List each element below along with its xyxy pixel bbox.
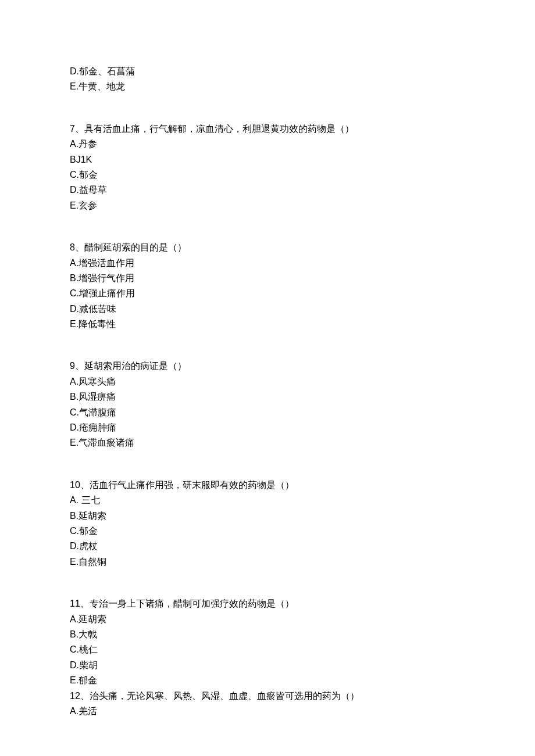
question-text: 活血行气止痛作用强，研末服即有效的药物是（） (90, 480, 294, 490)
option-letter: A. (70, 139, 79, 149)
option-e: E.降低毒性 (70, 317, 465, 332)
option-e: E.郁金 (70, 673, 465, 688)
option-letter: B. (70, 392, 79, 402)
question-number: 12、 (70, 691, 90, 701)
option-b: B.大戟 (70, 627, 465, 642)
question-text: 延胡索用治的病证是（） (84, 361, 187, 371)
option-text: 风寒头痛 (79, 377, 116, 386)
option-text: 牛黄、地龙 (79, 81, 125, 91)
option-text: 郁金 (79, 526, 98, 536)
question-11: 11、专治一身上下诸痛，醋制可加强疗效的药物是（） (70, 596, 465, 611)
spacer (70, 95, 465, 121)
option-letter: D. (70, 541, 79, 551)
option-letter: A. (70, 258, 79, 268)
option-text: 延胡索 (79, 511, 106, 521)
question-10: 10、活血行气止痛作用强，研末服即有效的药物是（） (70, 478, 465, 493)
option-letter: E. (70, 81, 79, 91)
option-text: 增强止痛作用 (79, 288, 135, 298)
option-e: E.气滞血瘀诸痛 (70, 435, 465, 450)
option-text: 增强活血作用 (79, 258, 134, 268)
option-c: C.郁金 (70, 167, 465, 182)
option-letter: D. (70, 66, 79, 76)
option-e: E.牛黄、地龙 (70, 79, 465, 94)
question-number: 11、 (70, 599, 90, 608)
spacer (70, 213, 465, 240)
option-text: 丹参 (79, 139, 97, 149)
question-8: 8、醋制延胡索的目的是（） (70, 240, 465, 255)
option-text: 桃仁 (79, 644, 98, 654)
option-letter: E. (70, 200, 79, 210)
option-letter: E. (70, 675, 79, 685)
question-number: 10、 (70, 480, 90, 490)
option-text: 郁金、石菖蒲 (79, 66, 135, 76)
spacer (70, 451, 465, 478)
option-b: B.延胡索 (70, 508, 465, 524)
option-text: 郁金 (79, 675, 97, 685)
question-text: 具有活血止痛，行气解郁，凉血清心，利胆退黄功效的药物是（） (84, 124, 354, 134)
option-text: 羌活 (79, 706, 97, 716)
question-text: 专治一身上下诸痛，醋制可加强疗效的药物是（） (90, 599, 294, 608)
option-d: D.郁金、石菖蒲 (70, 64, 465, 79)
option-letter: A. (70, 495, 81, 505)
option-letter: C. (70, 644, 79, 654)
option-c: C.桃仁 (70, 642, 465, 657)
option-text: 风湿痹痛 (79, 392, 116, 402)
option-a: A.丹参 (70, 137, 465, 152)
option-text: 大戟 (79, 629, 97, 639)
option-a: A.延胡索 (70, 612, 465, 627)
option-letter: E. (70, 438, 79, 447)
option-d: D.益母草 (70, 182, 465, 198)
option-c: C.郁金 (70, 524, 465, 539)
option-letter: B. (70, 629, 79, 639)
option-d: D.虎杖 (70, 539, 465, 554)
question-number: 9、 (70, 361, 84, 371)
option-b: BJ1K (70, 152, 465, 167)
question-text: 治头痛，无论风寒、风热、风湿、血虚、血瘀皆可选用的药为（） (90, 691, 359, 701)
option-text: 延胡索 (79, 614, 106, 624)
question-9: 9、延胡索用治的病证是（） (70, 359, 465, 374)
option-text: 三七 (81, 495, 100, 505)
question-number: 7、 (70, 124, 84, 134)
option-letter: D. (70, 422, 79, 432)
option-c: C.增强止痛作用 (70, 286, 465, 301)
option-a: A.风寒头痛 (70, 374, 465, 389)
option-text: 自然铜 (79, 557, 106, 567)
option-letter: E. (70, 319, 79, 329)
option-text: 益母草 (79, 185, 107, 195)
option-letter: A. (70, 377, 79, 386)
option-text: 气滞腹痛 (79, 407, 116, 417)
question-text: 醋制延胡索的目的是（） (84, 242, 187, 252)
option-text: 疮痈肿痛 (79, 422, 116, 432)
option-letter: C. (70, 407, 79, 417)
option-text: 气滞血瘀诸痛 (79, 438, 134, 447)
option-text: 玄参 (79, 200, 97, 210)
option-letter: C. (70, 288, 79, 298)
option-d: D.疮痈肿痛 (70, 420, 465, 435)
question-12: 12、治头痛，无论风寒、风热、风湿、血虚、血瘀皆可选用的药为（） (70, 689, 465, 704)
option-c: C.气滞腹痛 (70, 405, 465, 420)
spacer (70, 569, 465, 596)
option-text: 虎杖 (79, 541, 98, 551)
option-letter: A. (70, 614, 79, 624)
question-number: 8、 (70, 242, 84, 252)
option-letter: B. (70, 273, 79, 283)
option-text: 减低苦味 (79, 304, 116, 314)
option-letter: C. (70, 526, 79, 536)
option-letter: D. (70, 660, 79, 670)
option-e: E.自然铜 (70, 554, 465, 569)
option-text: 增强行气作用 (79, 273, 134, 283)
option-letter: E. (70, 557, 79, 567)
option-letter: D. (70, 304, 79, 314)
option-e: E.玄参 (70, 198, 465, 213)
option-letter: BJ1K (70, 155, 92, 164)
spacer (70, 332, 465, 359)
option-d: D.减低苦味 (70, 302, 465, 317)
option-a: A. 三七 (70, 493, 465, 508)
option-a: A.增强活血作用 (70, 256, 465, 271)
option-text: 降低毒性 (79, 319, 116, 329)
option-text: 柴胡 (79, 660, 98, 670)
option-letter: C. (70, 170, 79, 180)
option-b: B.风湿痹痛 (70, 389, 465, 404)
question-7: 7、具有活血止痛，行气解郁，凉血清心，利胆退黄功效的药物是（） (70, 121, 465, 137)
option-a: A.羌活 (70, 704, 465, 719)
